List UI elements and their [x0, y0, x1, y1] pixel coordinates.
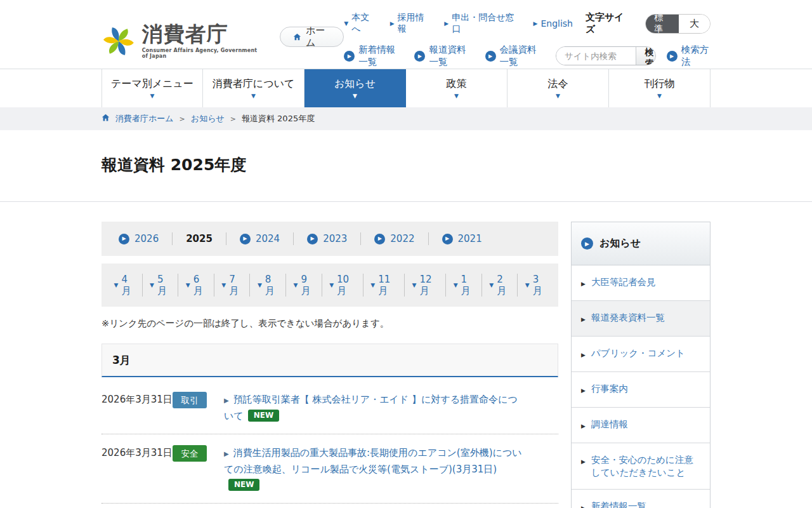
font-size-toggle: 標準 大: [645, 14, 711, 34]
month-link-12[interactable]: ▼12月: [405, 274, 446, 297]
chevron-down-icon: ▼: [251, 93, 256, 99]
chevron-down-icon: ▼: [353, 93, 357, 99]
nav-news[interactable]: お知らせ▼: [304, 69, 406, 107]
font-size-large-button[interactable]: 大: [679, 15, 710, 33]
press-item: 2026年3月31日 安全 ▶消費生活用製品の重大製品事故:長期使用のエアコン(…: [102, 434, 558, 504]
triangle-down-icon: ▼: [489, 279, 494, 291]
global-nav: テーマ別メニュー▼ 消費者庁について▼ お知らせ▼ 政策▼ 法令▼ 刊行物▼: [0, 69, 812, 107]
triangle-right-icon: ▶: [581, 382, 586, 397]
month-link-4[interactable]: ▼4月: [107, 274, 143, 297]
english-link[interactable]: ▶ English: [533, 18, 572, 29]
month-link-3[interactable]: ▼3月: [518, 274, 553, 297]
year-tab-2022[interactable]: ▶ 2022: [361, 232, 428, 245]
triangle-right-icon: ▶: [581, 276, 586, 290]
breadcrumb-current: 報道資料 2025年度: [242, 113, 315, 124]
triangle-right-icon: ▶: [581, 453, 586, 479]
triangle-right-icon: ▶: [533, 20, 537, 27]
agency-logo[interactable]: 消費者庁 Consumer Affairs Agency, Government…: [102, 14, 265, 68]
home-icon: [102, 114, 110, 124]
month-link-5[interactable]: ▼5月: [143, 274, 179, 297]
triangle-down-icon: ▼: [344, 20, 348, 27]
home-button[interactable]: ホーム: [280, 27, 344, 47]
pinwheel-logo-icon: [102, 22, 136, 61]
press-list-link[interactable]: ▶ 報道資料一覧: [414, 44, 474, 68]
year-tab-2024[interactable]: ▶ 2024: [226, 232, 294, 245]
meeting-materials-link[interactable]: ▶ 会議資料一覧: [485, 44, 545, 68]
triangle-down-icon: ▼: [329, 279, 334, 291]
sidebar-header: ▶ お知らせ: [572, 222, 710, 265]
to-content-link[interactable]: ▼ 本文へ: [344, 12, 377, 35]
new-badge: NEW: [248, 410, 279, 422]
search-help-link[interactable]: ▶ 検索方法: [667, 44, 710, 68]
sidebar-item-safety-cautions[interactable]: ▶ 安全・安心のために注意していただきたいこと: [572, 443, 710, 490]
triangle-down-icon: ▼: [150, 279, 154, 291]
triangle-down-icon: ▼: [186, 279, 190, 291]
category-badge: 取引: [173, 392, 207, 408]
year-tab-2021[interactable]: ▶ 2021: [429, 232, 495, 245]
news-sidebar: ▶ お知らせ ▶ 大臣等記者会見 ▶ 報道発表資料一覧 ▶ パブリック・コメント…: [571, 222, 710, 508]
site-search: 検索: [556, 46, 656, 65]
category-badge: 安全: [173, 445, 207, 462]
recruit-link[interactable]: ▶ 採用情報: [390, 12, 432, 35]
sidebar-item-press-releases[interactable]: ▶ 報道発表資料一覧: [572, 301, 710, 337]
triangle-down-icon: ▼: [412, 279, 416, 291]
search-input[interactable]: [556, 47, 636, 65]
chevron-down-icon: ▼: [150, 93, 155, 99]
circle-arrow-icon: ▶: [344, 51, 355, 62]
press-item: 2026年3月31日 取引 ▶預託等取引業者【 株式会社リア・エイド 】に対する…: [102, 381, 558, 434]
year-tab-2026[interactable]: ▶ 2026: [105, 232, 173, 245]
triangle-down-icon: ▼: [294, 279, 298, 291]
contact-link[interactable]: ▶ 申出・問合せ窓口: [444, 12, 520, 35]
nav-laws[interactable]: 法令▼: [508, 69, 609, 107]
agency-name-en: Consumer Affairs Agency, Government of J…: [142, 48, 265, 59]
triangle-down-icon: ▼: [258, 279, 262, 291]
month-link-11[interactable]: ▼11月: [363, 274, 405, 297]
chevron-down-icon: ▼: [657, 93, 662, 99]
triangle-right-icon: ▶: [581, 418, 586, 432]
year-tab-2023[interactable]: ▶ 2023: [294, 232, 361, 245]
page-title: 報道資料 2025年度: [102, 154, 710, 175]
circle-arrow-icon: ▶: [442, 234, 453, 244]
circle-arrow-icon: ▶: [485, 51, 496, 62]
month-link-1[interactable]: ▼1月: [446, 274, 482, 297]
title-band: 報道資料 2025年度: [0, 130, 812, 202]
sidebar-item-events[interactable]: ▶ 行事案内: [572, 372, 710, 408]
sidebar-item-public-comment[interactable]: ▶ パブリック・コメント: [572, 337, 710, 372]
month-link-6[interactable]: ▼6月: [178, 274, 214, 297]
press-date: 2026年3月31日: [102, 392, 173, 424]
triangle-down-icon: ▼: [525, 279, 530, 291]
circle-arrow-icon: ▶: [581, 237, 593, 250]
triangle-right-icon: ▶: [581, 500, 586, 508]
chevron-down-icon: ▼: [454, 93, 459, 99]
sidebar-item-press-conference[interactable]: ▶ 大臣等記者会見: [572, 265, 710, 301]
month-link-9[interactable]: ▼9月: [286, 274, 322, 297]
sidebar-item-procurement[interactable]: ▶ 調達情報: [572, 408, 710, 443]
month-link-10[interactable]: ▼10月: [322, 274, 363, 297]
breadcrumb-news-link[interactable]: お知らせ: [191, 113, 225, 124]
search-button[interactable]: 検索: [636, 47, 656, 65]
nav-publications[interactable]: 刊行物▼: [609, 69, 710, 107]
new-badge: NEW: [228, 479, 259, 491]
section-header-march: 3月: [102, 344, 558, 377]
breadcrumb-home-link[interactable]: 消費者庁ホーム: [115, 113, 174, 124]
home-button-label: ホーム: [306, 25, 331, 49]
home-icon: [293, 32, 301, 42]
font-size-standard-button[interactable]: 標準: [646, 15, 679, 33]
triangle-right-icon: ▶: [224, 397, 229, 404]
month-link-7[interactable]: ▼7月: [214, 274, 251, 297]
press-item: 2026年3月31日 制度 ▶第7回現代社会における消費者取引の在り方を踏まえた…: [102, 504, 558, 508]
press-date: 2026年3月31日: [102, 445, 173, 493]
sidebar-item-whats-new[interactable]: ▶ 新着情報一覧: [572, 490, 710, 508]
nav-about[interactable]: 消費者庁について▼: [203, 69, 304, 107]
circle-arrow-icon: ▶: [667, 51, 678, 62]
press-link[interactable]: 消費生活用製品の重大製品事故:長期使用のエアコン(室外機)についての注意喚起、リ…: [224, 447, 522, 475]
month-link-8[interactable]: ▼8月: [250, 274, 286, 297]
triangle-right-icon: ▶: [224, 450, 229, 457]
triangle-down-icon: ▼: [221, 279, 226, 291]
month-link-2[interactable]: ▼2月: [482, 274, 518, 297]
triangle-right-icon: ▶: [581, 347, 586, 361]
whats-new-link[interactable]: ▶ 新着情報一覧: [344, 44, 403, 68]
nav-policy[interactable]: 政策▼: [406, 69, 508, 107]
triangle-down-icon: ▼: [454, 279, 458, 291]
nav-theme-menu[interactable]: テーマ別メニュー▼: [102, 69, 203, 107]
